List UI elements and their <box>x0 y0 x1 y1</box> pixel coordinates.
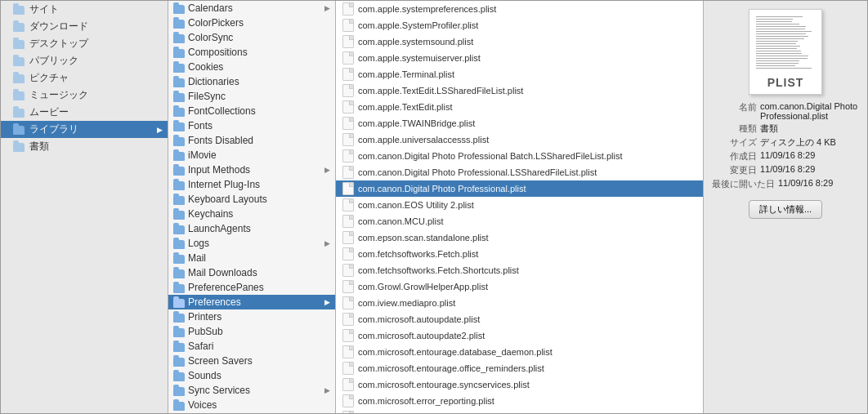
file-item[interactable]: com.microsoft.entourage.database_daemon.… <box>336 344 703 360</box>
sidebar-item-label: パブリック <box>29 54 163 68</box>
file-item[interactable]: com.apple.SystemProfiler.plist <box>336 17 703 33</box>
file-label: com.apple.TWAINBridge.plist <box>358 118 475 128</box>
sidebar-item-label: デスクトップ <box>29 37 163 51</box>
folder-item-logs[interactable]: Logs▶ <box>168 236 335 251</box>
file-item[interactable]: com.microsoft.entourage.office_reminders… <box>336 360 703 376</box>
folder-item-label: iMovie <box>188 149 330 161</box>
folder-item-input-methods[interactable]: Input Methods▶ <box>168 162 335 177</box>
folder-icon <box>173 356 188 367</box>
preview-line <box>756 16 803 17</box>
sidebar-item-ミュージック[interactable]: ミュージック <box>1 87 168 104</box>
file-item[interactable]: com.fetchsoftworks.Fetch.Shortcuts.plist <box>336 262 703 278</box>
folder-item-label: Keyboard Layouts <box>188 194 330 205</box>
folder-item-sounds[interactable]: Sounds <box>168 368 335 383</box>
sidebar-item-label: ムービー <box>29 105 163 119</box>
file-item[interactable]: com.canon.MCU.plist <box>336 213 703 229</box>
folder-icon <box>173 327 188 337</box>
folder-item-fonts[interactable]: Fonts <box>168 118 335 133</box>
folder-item-internet-plug-ins[interactable]: Internet Plug-Ins <box>168 177 335 192</box>
sidebar-item-label: サイト <box>29 2 163 16</box>
file-icon <box>342 84 354 97</box>
folder-icon <box>173 400 188 411</box>
file-item[interactable]: com.epson.scan.standalone.plist <box>336 229 703 246</box>
folder-item-label: Voices <box>188 399 330 411</box>
folder-item-pubsub[interactable]: PubSub <box>168 324 335 339</box>
file-item[interactable]: com.microsoft.error_reporting.plist <box>336 393 703 409</box>
file-item[interactable]: com.apple.TextEdit.plist <box>336 99 703 115</box>
sidebar-item-サイト[interactable]: サイト <box>1 1 168 18</box>
file-item[interactable]: com.apple.TextEdit.LSSharedFileList.plis… <box>336 82 703 99</box>
folder-item-widgets[interactable]: Widgets <box>168 412 335 413</box>
folder-icon <box>173 136 188 146</box>
folder-item-fonts-disabled[interactable]: Fonts Disabled <box>168 133 335 148</box>
file-item[interactable]: com.canon.Digital Photo Professional.pli… <box>336 180 703 197</box>
sidebar-item-デスクトップ[interactable]: デスクトップ <box>1 35 168 52</box>
file-item[interactable]: com.Growl.GrowlHelperApp.plist <box>336 278 703 295</box>
file-item[interactable]: com.apple.TWAINBridge.plist <box>336 115 703 131</box>
file-item[interactable]: com.apple.systempreferences.plist <box>336 1 703 17</box>
folder-item-keyboard-layouts[interactable]: Keyboard Layouts <box>168 192 335 207</box>
file-item[interactable]: com.apple.universalaccesss.plist <box>336 131 703 148</box>
file-label: com.canon.Digital Photo Professional.pli… <box>358 184 526 194</box>
file-label: com.apple.systempreferences.plist <box>358 4 496 14</box>
folder-item-colorpickers[interactable]: ColorPickers <box>168 16 335 30</box>
sidebar-item-ダウンロード[interactable]: ダウンロード <box>1 18 168 35</box>
info-key-modified: 変更日 <box>712 164 757 176</box>
folder-item-cookies[interactable]: Cookies <box>168 60 335 74</box>
sidebar-item-ピクチャ[interactable]: ピクチャ <box>1 69 168 87</box>
folder-item-dictionaries[interactable]: Dictionaries <box>168 74 335 89</box>
file-icon <box>342 215 354 228</box>
file-item[interactable]: com.canon.Digital Photo Professional.LSS… <box>336 164 703 180</box>
file-item[interactable]: com.microsoft.autoupdate.plist <box>336 311 703 327</box>
folder-item-sync-services[interactable]: Sync Services▶ <box>168 383 335 398</box>
file-item[interactable]: com.fetchsoftworks.Fetch.plist <box>336 246 703 262</box>
file-item[interactable]: com.iview.mediapro.plist <box>336 295 703 311</box>
sidebar-arrow-icon: ▶ <box>157 126 163 134</box>
file-label: com.canon.Digital Photo Professional Bat… <box>358 151 622 161</box>
folder-icon <box>12 72 25 85</box>
folder-item-keychains[interactable]: Keychains <box>168 207 335 221</box>
file-item[interactable]: com.apple.Terminal.plist <box>336 66 703 82</box>
folder-item-launchagents[interactable]: LaunchAgents <box>168 221 335 236</box>
file-label: com.epson.scan.standalone.plist <box>358 233 489 243</box>
preview-line <box>756 63 799 64</box>
file-item[interactable]: com.apple.systemuiserver.plist <box>336 50 703 66</box>
folder-item-voices[interactable]: Voices <box>168 398 335 412</box>
folder-icon <box>173 253 188 264</box>
folder-item-safari[interactable]: Safari <box>168 339 335 354</box>
folder-item-compositions[interactable]: Compositions <box>168 45 335 60</box>
folder-item-printers[interactable]: Printers <box>168 309 335 324</box>
file-item[interactable]: com.canon.EOS Utility 2.plist <box>336 197 703 213</box>
file-item[interactable]: com.canon.Digital Photo Professional Bat… <box>336 148 703 164</box>
file-icon <box>342 345 354 358</box>
file-icon <box>342 166 354 179</box>
folder-item-mail[interactable]: Mail <box>168 251 335 265</box>
folder-item-label: Screen Savers <box>188 355 330 367</box>
file-item[interactable]: com.microsoft.Excel.plist <box>336 409 703 413</box>
details-button[interactable]: 詳しい情報... <box>749 200 822 219</box>
preview-line <box>756 68 812 69</box>
sidebar-item-ムービー[interactable]: ムービー <box>1 104 168 121</box>
folder-item-preferences[interactable]: Preferences▶ <box>168 295 335 309</box>
file-item[interactable]: com.microsoft.entourage.syncservices.pli… <box>336 376 703 393</box>
folder-item-label: Preferences <box>188 296 324 308</box>
folder-item-screen-savers[interactable]: Screen Savers <box>168 354 335 368</box>
folder-icon <box>173 165 188 176</box>
info-row-modified: 変更日 11/09/16 8:29 <box>712 164 859 176</box>
sidebar-item-書類[interactable]: 書類 <box>1 138 168 155</box>
file-label: com.apple.systemuiserver.plist <box>358 53 481 63</box>
sidebar-item-ライブラリ[interactable]: ライブラリ▶ <box>1 121 168 138</box>
folder-item-colorsync[interactable]: ColorSync <box>168 30 335 45</box>
folder-item-mail-downloads[interactable]: Mail Downloads <box>168 265 335 280</box>
folder-arrow-icon: ▶ <box>324 4 330 12</box>
folder-item-imovie[interactable]: iMovie <box>168 148 335 162</box>
sidebar-item-パブリック[interactable]: パブリック <box>1 52 168 69</box>
folder-item-preferencepanes[interactable]: PreferencePanes <box>168 280 335 295</box>
file-item[interactable]: com.apple.systemsound.plist <box>336 33 703 50</box>
folder-icon <box>173 238 188 249</box>
file-icon <box>342 247 354 260</box>
file-item[interactable]: com.microsoft.autoupdate2.plist <box>336 327 703 344</box>
folder-item-calendars[interactable]: Calendars▶ <box>168 1 335 16</box>
folder-item-filesync[interactable]: FileSync <box>168 89 335 104</box>
folder-item-fontcollections[interactable]: FontCollections <box>168 104 335 118</box>
